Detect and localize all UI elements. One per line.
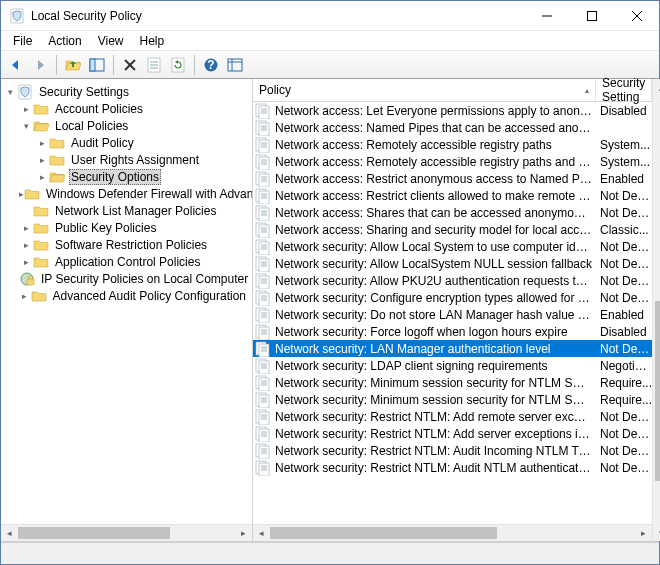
policy-icon <box>255 341 271 357</box>
tree-acp[interactable]: ▸ Application Control Policies <box>3 253 252 270</box>
policy-name: Network security: Configure encryption t… <box>275 291 596 305</box>
policy-icon <box>255 188 271 204</box>
tree-aapc[interactable]: ▸ Advanced Audit Policy Configuration <box>3 287 252 304</box>
list-row[interactable]: Network access: Restrict anonymous acces… <box>253 170 652 187</box>
titlebar[interactable]: Local Security Policy <box>1 1 659 31</box>
list-row[interactable]: Network security: Allow PKU2U authentica… <box>253 272 652 289</box>
list-row[interactable]: Network security: Restrict NTLM: Audit I… <box>253 442 652 459</box>
expand-icon[interactable]: ▸ <box>19 257 33 267</box>
close-button[interactable] <box>614 1 659 30</box>
list-row[interactable]: Network access: Named Pipes that can be … <box>253 119 652 136</box>
expand-icon[interactable]: ▸ <box>19 223 33 233</box>
expand-icon[interactable]: ▸ <box>19 240 33 250</box>
policy-setting: Disabled <box>596 104 652 118</box>
scroll-track[interactable] <box>653 96 660 524</box>
scroll-track[interactable] <box>18 525 235 541</box>
tree-ipsec[interactable]: IP Security Policies on Local Computer <box>3 270 252 287</box>
policy-setting: Require... <box>596 376 652 390</box>
list-row[interactable]: Network security: LDAP client signing re… <box>253 357 652 374</box>
list-row[interactable]: Network security: Force logoff when logo… <box>253 323 652 340</box>
properties-button[interactable] <box>143 54 165 76</box>
list-vscroll[interactable]: ▴ ▾ <box>652 79 660 541</box>
tree-label: Account Policies <box>53 102 145 116</box>
scroll-track[interactable] <box>270 525 635 541</box>
scroll-thumb[interactable] <box>18 527 170 539</box>
tree-user-rights[interactable]: ▸ User Rights Assignment <box>3 151 252 168</box>
column-policy[interactable]: Policy ▴ <box>253 79 596 101</box>
expand-icon[interactable]: ▸ <box>19 104 33 114</box>
delete-button[interactable] <box>119 54 141 76</box>
export-list-button[interactable] <box>224 54 246 76</box>
scroll-right-icon[interactable]: ▸ <box>635 525 652 541</box>
policy-name: Network access: Restrict clients allowed… <box>275 189 596 203</box>
list-row[interactable]: Network security: Restrict NTLM: Audit N… <box>253 459 652 476</box>
policy-icon <box>255 392 271 408</box>
back-button[interactable] <box>5 54 27 76</box>
tree-hscroll[interactable]: ◂ ▸ <box>1 524 252 541</box>
menu-view[interactable]: View <box>90 32 132 50</box>
tree-root[interactable]: ▾ Security Settings <box>3 83 252 100</box>
maximize-button[interactable] <box>569 1 614 30</box>
policy-name: Network security: Minimum session securi… <box>275 376 596 390</box>
menu-file[interactable]: File <box>5 32 40 50</box>
scroll-left-icon[interactable]: ◂ <box>1 525 18 541</box>
tree-firewall[interactable]: ▸ Windows Defender Firewall with Advance… <box>3 185 252 202</box>
tree-local-policies[interactable]: ▾ Local Policies <box>3 117 252 134</box>
list-row[interactable]: Network security: Minimum session securi… <box>253 374 652 391</box>
expand-icon[interactable]: ▸ <box>35 155 49 165</box>
expand-icon[interactable]: ▸ <box>19 291 31 301</box>
collapse-icon[interactable]: ▾ <box>3 87 17 97</box>
globe-lock-icon <box>19 271 35 287</box>
tree-label: IP Security Policies on Local Computer <box>39 272 250 286</box>
policy-name: Network access: Named Pipes that can be … <box>275 121 596 135</box>
menu-help[interactable]: Help <box>132 32 173 50</box>
tree-pubkey[interactable]: ▸ Public Key Policies <box>3 219 252 236</box>
up-folder-button[interactable] <box>62 54 84 76</box>
collapse-icon[interactable]: ▾ <box>19 121 33 131</box>
list-row[interactable]: Network access: Sharing and security mod… <box>253 221 652 238</box>
forward-button[interactable] <box>29 54 51 76</box>
list-row[interactable]: Network security: Allow Local System to … <box>253 238 652 255</box>
tree-nlm[interactable]: Network List Manager Policies <box>3 202 252 219</box>
list-hscroll[interactable]: ◂ ▸ <box>253 524 652 541</box>
scroll-thumb[interactable] <box>655 301 660 481</box>
list-row[interactable]: Network security: Minimum session securi… <box>253 391 652 408</box>
tree-audit-policy[interactable]: ▸ Audit Policy <box>3 134 252 151</box>
list-row[interactable]: Network security: Restrict NTLM: Add ser… <box>253 425 652 442</box>
list-row[interactable]: Network security: Configure encryption t… <box>253 289 652 306</box>
help-button[interactable]: ? <box>200 54 222 76</box>
list-row[interactable]: Network access: Remotely accessible regi… <box>253 136 652 153</box>
show-hide-tree-button[interactable] <box>86 54 108 76</box>
scroll-down-icon[interactable]: ▾ <box>653 524 660 541</box>
tree-account-policies[interactable]: ▸ Account Policies <box>3 100 252 117</box>
folder-open-icon <box>49 169 65 185</box>
policy-name: Network security: Force logoff when logo… <box>275 325 596 339</box>
list-row[interactable]: Network access: Shares that can be acces… <box>253 204 652 221</box>
list-body[interactable]: Network access: Let Everyone permissions… <box>253 102 652 524</box>
list-row[interactable]: Network access: Restrict clients allowed… <box>253 187 652 204</box>
list-row[interactable]: Network security: Allow LocalSystem NULL… <box>253 255 652 272</box>
column-security-setting[interactable]: Security Setting <box>596 79 652 101</box>
list-row[interactable]: Network security: Restrict NTLM: Add rem… <box>253 408 652 425</box>
policy-icon <box>255 239 271 255</box>
list-row[interactable]: Network access: Remotely accessible regi… <box>253 153 652 170</box>
statusbar <box>1 542 659 564</box>
expand-icon[interactable]: ▸ <box>35 138 49 148</box>
scroll-thumb[interactable] <box>270 527 497 539</box>
minimize-button[interactable] <box>524 1 569 30</box>
tree-srp[interactable]: ▸ Software Restriction Policies <box>3 236 252 253</box>
scroll-left-icon[interactable]: ◂ <box>253 525 270 541</box>
list-row[interactable]: Network security: Do not store LAN Manag… <box>253 306 652 323</box>
refresh-button[interactable] <box>167 54 189 76</box>
scroll-right-icon[interactable]: ▸ <box>235 525 252 541</box>
menu-action[interactable]: Action <box>40 32 89 50</box>
policy-setting: Not Defined <box>596 291 652 305</box>
list-row[interactable]: Network security: LAN Manager authentica… <box>253 340 652 357</box>
list-row[interactable]: Network access: Let Everyone permissions… <box>253 102 652 119</box>
tree[interactable]: ▾ Security Settings ▸ Account Policies ▾… <box>1 79 252 524</box>
scroll-up-icon[interactable]: ▴ <box>653 79 660 96</box>
policy-icon <box>255 137 271 153</box>
expand-icon[interactable]: ▸ <box>35 172 49 182</box>
tree-label: Network List Manager Policies <box>53 204 218 218</box>
tree-security-options[interactable]: ▸ Security Options <box>3 168 252 185</box>
